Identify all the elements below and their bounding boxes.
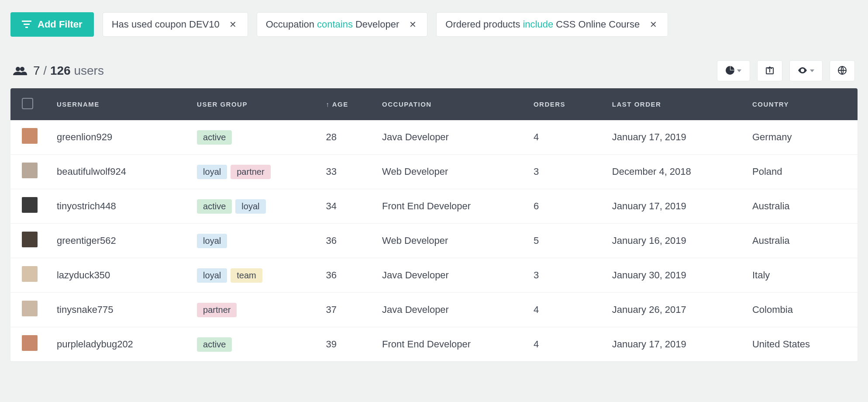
orders-cell: 3 <box>527 155 605 189</box>
avatar-cell <box>10 224 50 258</box>
username-cell: tinysnake775 <box>50 293 190 327</box>
age-cell: 34 <box>319 189 375 224</box>
user-group-tag: loyal <box>197 234 227 248</box>
user-group-tag: loyal <box>235 199 265 214</box>
checkbox-icon[interactable] <box>22 98 33 109</box>
users-icon <box>13 66 27 75</box>
last-order-cell: January 17, 2019 <box>605 327 745 362</box>
country-cell: Poland <box>745 155 858 189</box>
orders-cell: 4 <box>527 293 605 327</box>
occupation-cell: Java Developer <box>375 293 527 327</box>
filtered-count: 7 <box>33 64 40 77</box>
orders-cell: 6 <box>527 189 605 224</box>
col-age[interactable]: AGE <box>319 88 375 120</box>
user-group-tag: partner <box>231 165 270 179</box>
avatar-cell <box>10 293 50 327</box>
eye-icon <box>798 67 807 75</box>
results-label: users <box>74 64 103 77</box>
username-cell: greenlion929 <box>50 120 190 155</box>
globe-button[interactable] <box>830 60 855 81</box>
user-group-tag: partner <box>197 303 237 317</box>
age-cell: 28 <box>319 120 375 155</box>
users-table: USERNAME USER GROUP AGE OCCUPATION ORDER… <box>10 88 858 361</box>
last-order-cell: January 30, 2019 <box>605 258 745 293</box>
user-group-tag: loyal <box>197 165 227 179</box>
user-group-tag: active <box>197 130 232 145</box>
country-cell: Australia <box>745 189 858 224</box>
last-order-cell: December 4, 2018 <box>605 155 745 189</box>
table-row[interactable]: beautifulwolf924loyalpartner33Web Develo… <box>10 155 858 189</box>
chevron-down-icon <box>737 69 741 72</box>
filter-icon <box>22 21 31 28</box>
col-group[interactable]: USER GROUP <box>190 88 319 120</box>
action-icons <box>717 60 855 81</box>
table-row[interactable]: tinysnake775partner37Java Developer4Janu… <box>10 293 858 327</box>
occupation-cell: Front End Developer <box>375 189 527 224</box>
age-cell: 37 <box>319 293 375 327</box>
age-cell: 36 <box>319 258 375 293</box>
close-icon[interactable]: ✕ <box>407 19 418 30</box>
col-occupation[interactable]: OCCUPATION <box>375 88 527 120</box>
chevron-down-icon <box>810 69 814 72</box>
table-row[interactable]: tinyostrich448activeloyal34Front End Dev… <box>10 189 858 224</box>
username-cell: greentiger562 <box>50 224 190 258</box>
avatar <box>22 197 38 213</box>
export-button[interactable] <box>757 60 782 81</box>
table-row[interactable]: lazyduck350loyalteam36Java Developer3Jan… <box>10 258 858 293</box>
total-count: 126 <box>50 64 71 77</box>
occupation-cell: Java Developer <box>375 258 527 293</box>
avatar <box>22 301 38 316</box>
country-cell: Germany <box>745 120 858 155</box>
group-cell: activeloyal <box>190 189 319 224</box>
country-cell: Colombia <box>745 293 858 327</box>
filter-chip[interactable]: OccupationcontainsDeveloper✕ <box>257 12 428 37</box>
col-orders[interactable]: ORDERS <box>527 88 605 120</box>
filter-chip[interactable]: Has used coupon DEV10✕ <box>103 12 248 37</box>
globe-icon <box>838 66 847 76</box>
close-icon[interactable]: ✕ <box>648 19 659 30</box>
country-cell: Italy <box>745 258 858 293</box>
add-filter-button[interactable]: Add Filter <box>10 12 94 37</box>
age-cell: 39 <box>319 327 375 362</box>
visibility-button[interactable] <box>789 60 823 81</box>
orders-cell: 4 <box>527 327 605 362</box>
orders-cell: 4 <box>527 120 605 155</box>
filter-chip[interactable]: Ordered productsincludeCSS Online Course… <box>436 12 668 37</box>
svg-rect-1 <box>24 24 30 25</box>
svg-point-3 <box>16 67 20 71</box>
col-country[interactable]: COUNTRY <box>745 88 858 120</box>
group-cell: partner <box>190 293 319 327</box>
table-row[interactable]: greenlion929active28Java Developer4Janua… <box>10 120 858 155</box>
country-cell: Australia <box>745 224 858 258</box>
user-group-tag: active <box>197 337 232 352</box>
avatar <box>22 128 38 144</box>
group-cell: loyalpartner <box>190 155 319 189</box>
col-username[interactable]: USERNAME <box>50 88 190 120</box>
username-cell: beautifulwolf924 <box>50 155 190 189</box>
filter-chip-text: Ordered productsincludeCSS Online Course <box>445 19 640 30</box>
last-order-cell: January 17, 2019 <box>605 120 745 155</box>
avatar <box>22 163 38 178</box>
last-order-cell: January 17, 2019 <box>605 189 745 224</box>
chart-button[interactable] <box>717 60 750 81</box>
group-cell: active <box>190 120 319 155</box>
pie-chart-icon <box>726 66 734 76</box>
table-row[interactable]: purpleladybug202active39Front End Develo… <box>10 327 858 362</box>
occupation-cell: Java Developer <box>375 120 527 155</box>
occupation-cell: Front End Developer <box>375 327 527 362</box>
occupation-cell: Web Developer <box>375 155 527 189</box>
close-icon[interactable]: ✕ <box>227 19 239 30</box>
group-cell: active <box>190 327 319 362</box>
table-row[interactable]: greentiger562loyal36Web Developer5Januar… <box>10 224 858 258</box>
select-all-header[interactable] <box>10 88 50 120</box>
username-cell: tinyostrich448 <box>50 189 190 224</box>
age-cell: 33 <box>319 155 375 189</box>
avatar <box>22 266 38 282</box>
occupation-cell: Web Developer <box>375 224 527 258</box>
user-group-tag: team <box>231 268 262 283</box>
group-cell: loyal <box>190 224 319 258</box>
avatar-cell <box>10 155 50 189</box>
avatar-cell <box>10 327 50 362</box>
svg-rect-0 <box>22 21 31 22</box>
col-last[interactable]: LAST ORDER <box>605 88 745 120</box>
